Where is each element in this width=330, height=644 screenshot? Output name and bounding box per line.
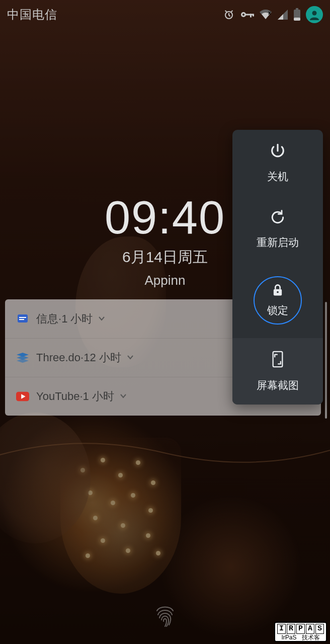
lock-label: 锁定: [267, 303, 288, 317]
layers-icon: [16, 351, 29, 364]
wifi-no-internet-icon: x: [259, 9, 272, 20]
watermark-subtitle: IrPaS 技术客: [281, 634, 319, 640]
vpn-key-icon: [240, 10, 254, 19]
status-bar: 中国电信 x: [0, 0, 330, 29]
lock-button[interactable]: 锁定: [232, 263, 323, 338]
signal-icon: [277, 9, 288, 20]
screenshot-label: 屏幕截图: [257, 378, 299, 392]
notification-summary: Three.do · 12 小时: [36, 350, 134, 365]
svg-point-2: [242, 14, 244, 16]
svg-rect-12: [19, 317, 26, 318]
svg-rect-3: [245, 14, 253, 16]
svg-rect-9: [294, 18, 300, 21]
watermark-badge: I R P A S IrPaS 技术客: [274, 622, 327, 642]
power-icon: [269, 142, 286, 162]
chevron-down-icon[interactable]: [98, 312, 106, 326]
list-scrollbar[interactable]: [325, 302, 327, 419]
svg-point-16: [277, 291, 279, 293]
svg-rect-5: [253, 14, 254, 17]
alarm-icon: [223, 9, 235, 21]
restart-button[interactable]: 重新启动: [232, 196, 323, 263]
chevron-down-icon[interactable]: [126, 351, 134, 364]
svg-point-10: [312, 11, 317, 16]
svg-rect-4: [250, 14, 252, 18]
svg-rect-13: [19, 319, 24, 320]
power-off-button[interactable]: 关机: [232, 130, 323, 196]
lock-highlight-ring: 锁定: [254, 276, 302, 325]
svg-text:x: x: [268, 10, 271, 16]
restart-icon: [270, 209, 286, 227]
notification-summary: 信息 · 1 小时: [36, 311, 106, 327]
carrier-label: 中国电信: [7, 7, 57, 23]
svg-rect-17: [273, 352, 283, 367]
notification-summary: YouTube · 1 小时: [36, 389, 127, 404]
watermark-brand: I R P A S: [277, 624, 324, 634]
svg-rect-7: [296, 8, 298, 10]
svg-rect-11: [18, 314, 28, 323]
power-menu: 关机 重新启动 锁定: [232, 130, 323, 405]
avatar-icon[interactable]: [306, 6, 323, 23]
restart-label: 重新启动: [257, 235, 299, 250]
chevron-down-icon[interactable]: [119, 390, 127, 403]
decor-lightstring: [0, 438, 330, 468]
fingerprint-icon[interactable]: [151, 600, 179, 630]
screenshot-icon: [271, 350, 285, 370]
status-icons: x: [223, 6, 323, 23]
power-off-label: 关机: [267, 170, 288, 184]
screenshot-button[interactable]: 屏幕截图: [232, 338, 323, 405]
youtube-icon: [16, 390, 29, 403]
lock-icon: [271, 283, 285, 299]
battery-low-icon: [293, 8, 301, 21]
message-icon: [16, 312, 29, 326]
